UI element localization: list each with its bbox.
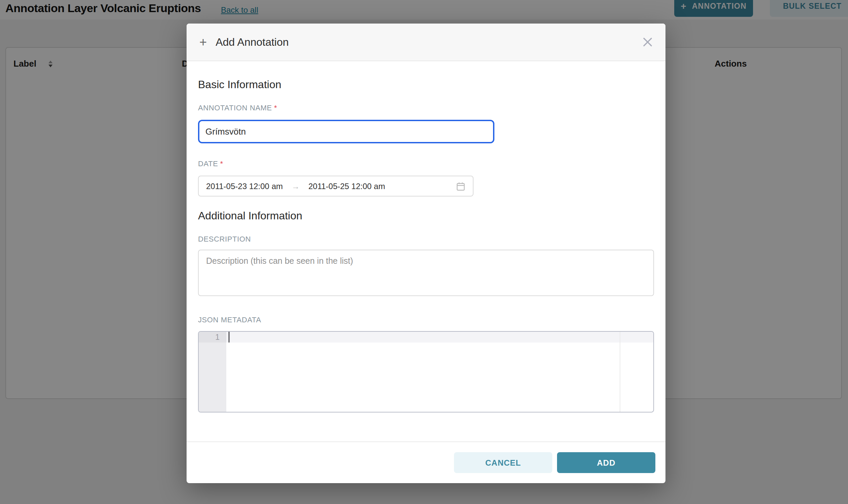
cancel-button[interactable]: CANCEL xyxy=(454,452,552,473)
calendar-icon xyxy=(456,181,465,191)
editor-gutter xyxy=(199,332,226,412)
section-basic-information: Basic Information xyxy=(198,79,654,91)
editor-print-margin xyxy=(620,332,620,412)
modal-header: + Add Annotation xyxy=(187,23,665,61)
arrow-right-icon: → xyxy=(292,181,300,191)
add-annotation-modal: + Add Annotation Basic Information ANNOT… xyxy=(187,23,665,483)
screen: Annotation Layer Volcanic Eruptions Back… xyxy=(0,0,848,504)
annotation-name-label: ANNOTATION NAME* xyxy=(198,104,654,112)
required-marker: * xyxy=(220,160,223,167)
section-additional-information: Additional Information xyxy=(198,210,654,222)
json-metadata-editor[interactable]: 1 xyxy=(198,331,654,413)
plus-icon: + xyxy=(200,36,207,49)
description-label: DESCRIPTION xyxy=(198,235,654,244)
date-range-picker[interactable]: 2011-05-23 12:00 am → 2011-05-25 12:00 a… xyxy=(198,176,473,197)
add-button[interactable]: ADD xyxy=(557,452,655,473)
date-label-text: DATE xyxy=(198,160,218,167)
editor-cursor xyxy=(228,332,230,342)
date-label: DATE* xyxy=(198,160,654,168)
close-icon[interactable] xyxy=(643,37,653,47)
annotation-name-input[interactable] xyxy=(198,120,495,143)
date-end-value[interactable]: 2011-05-25 12:00 am xyxy=(309,181,385,191)
editor-active-line xyxy=(226,332,653,342)
date-start-value[interactable]: 2011-05-23 12:00 am xyxy=(206,181,283,191)
annotation-name-label-text: ANNOTATION NAME xyxy=(198,104,272,112)
modal-title: Add Annotation xyxy=(215,36,289,48)
editor-line-number: 1 xyxy=(199,332,226,342)
modal-footer: CANCEL ADD xyxy=(187,442,665,483)
modal-body: Basic Information ANNOTATION NAME* DATE*… xyxy=(187,61,665,442)
json-metadata-label: JSON METADATA xyxy=(198,316,654,324)
required-marker: * xyxy=(274,104,277,112)
description-textarea[interactable] xyxy=(198,250,654,296)
